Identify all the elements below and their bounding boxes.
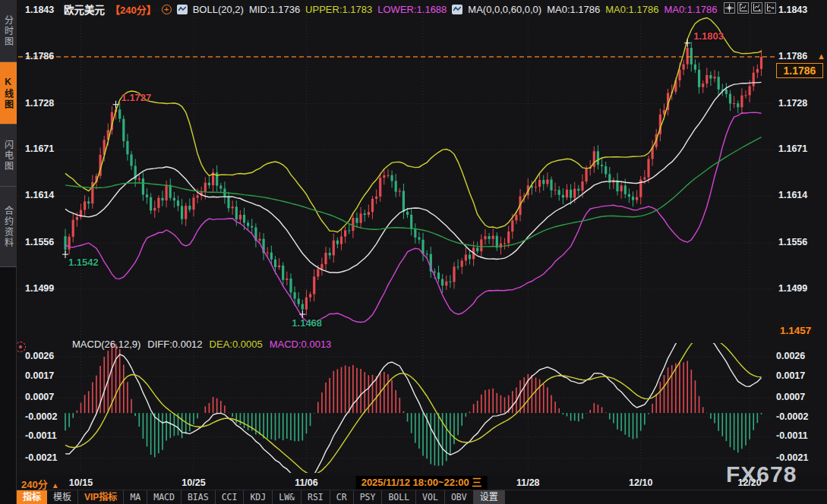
interval-label: 【240分】 <box>110 2 156 17</box>
crosshair-move-icon[interactable] <box>724 2 735 14</box>
toolbar-button-lwr[interactable]: LW& <box>273 490 301 504</box>
macd-legend: MACD(26,12,9) DIFF:0.0012 DEA:0.0005 MAC… <box>72 339 331 350</box>
toolbar-button-bias[interactable]: BIAS <box>181 490 216 504</box>
interval-text: 240分 <box>21 479 48 490</box>
ma-value-white: MA0:1.1786 <box>547 4 600 15</box>
boll-mid-value: MID:1.1736 <box>249 4 300 15</box>
macd-dea-value: DEA:0.0005 <box>210 339 263 350</box>
toolbar-button-cci[interactable]: CCI <box>216 490 245 504</box>
toolbar-button-settings[interactable]: 设置 <box>474 490 505 504</box>
move-pane-icon[interactable] <box>751 2 762 14</box>
exit-pane-icon[interactable] <box>765 2 776 14</box>
boll-upper-value: UPPER:1.1783 <box>305 4 372 15</box>
boll-indicator-icon[interactable] <box>177 5 188 14</box>
fx678-watermark: FX678 <box>726 461 797 487</box>
chart-type-sidebar: 分时图K线图闪电图合约资料 <box>0 0 17 504</box>
trading-app: 分时图K线图闪电图合约资料 欧元美元 【240分】 + BOLL(20,2) M… <box>0 0 827 504</box>
crosshair-date-label: 2025/11/12 18:00~22:00 三 <box>356 476 488 490</box>
toolbar-button-cr[interactable]: CR <box>330 490 354 504</box>
toolbar-button-rsi[interactable]: RSI <box>301 490 330 504</box>
sidebar-tab-flash-chart[interactable]: 闪电图 <box>0 124 17 187</box>
add-pane-icon[interactable] <box>737 2 749 14</box>
macd-diff-value: DIFF:0.0012 <box>147 339 202 350</box>
macd-name: MACD(26,12,9) <box>72 339 140 350</box>
toolbar-button-obv[interactable]: OBV <box>445 490 474 504</box>
current-price-tag: 1.1786 <box>776 63 823 78</box>
toolbar-button-templates[interactable]: 模板 <box>47 490 78 504</box>
x-axis-row: 240分▲ 2025/11/12 18:00~22:00 三 <box>17 475 827 490</box>
add-indicator-icon[interactable]: + <box>162 5 172 14</box>
symbol-name: 欧元美元 <box>64 2 105 17</box>
chart-legend: 欧元美元 【240分】 + BOLL(20,2) MID:1.1736 UPPE… <box>64 2 717 17</box>
toolbar-button-boll[interactable]: BOLL <box>382 490 416 504</box>
toolbar-button-kdj[interactable]: KDJ <box>244 490 273 504</box>
sidebar-tab-time-chart[interactable]: 分时图 <box>0 0 17 62</box>
candlestick-chart-canvas[interactable] <box>0 0 827 504</box>
toolbar-button-vip-indicators[interactable]: VIP指标 <box>78 490 124 504</box>
price-up-arrow-icon: ▲ <box>817 52 825 61</box>
sidebar-tab-contract-info[interactable]: 合约资料 <box>0 187 17 267</box>
toolbar-button-vol[interactable]: VOL <box>416 490 445 504</box>
toolbar-button-indicators[interactable]: 指标 <box>17 490 47 504</box>
interval-arrow-icon: ▲ <box>52 481 59 490</box>
chart-tools <box>724 2 776 14</box>
toolbar-button-ma[interactable]: MA <box>124 490 147 504</box>
boll-lower-value: LOWER:1.1688 <box>377 4 447 15</box>
indicator-toolbar: 指标模板VIP指标MAMACDBIASCCIKDJLW&RSICRPSYBOLL… <box>17 490 827 504</box>
ma-indicator-icon[interactable] <box>452 5 462 14</box>
ma-value-magenta: MA0:1.1786 <box>664 4 717 15</box>
toolbar-button-macd[interactable]: MACD <box>147 490 181 504</box>
boll-name: BOLL(20,2) <box>193 4 244 15</box>
toolbar-button-psy[interactable]: PSY <box>354 490 383 504</box>
interval-selector[interactable]: 240分▲ <box>21 477 59 491</box>
ma-name: MA(0,0,0,60,0,0) <box>468 4 541 15</box>
macd-hist-value: MACD:0.0013 <box>270 339 332 350</box>
sidebar-tab-kline-chart[interactable]: K线图 <box>0 62 17 124</box>
ma-value-yellow: MA0:1.1786 <box>605 4 658 15</box>
macd-settings-icon[interactable] <box>15 342 26 352</box>
range-low-label: 1.1457 <box>778 325 813 336</box>
